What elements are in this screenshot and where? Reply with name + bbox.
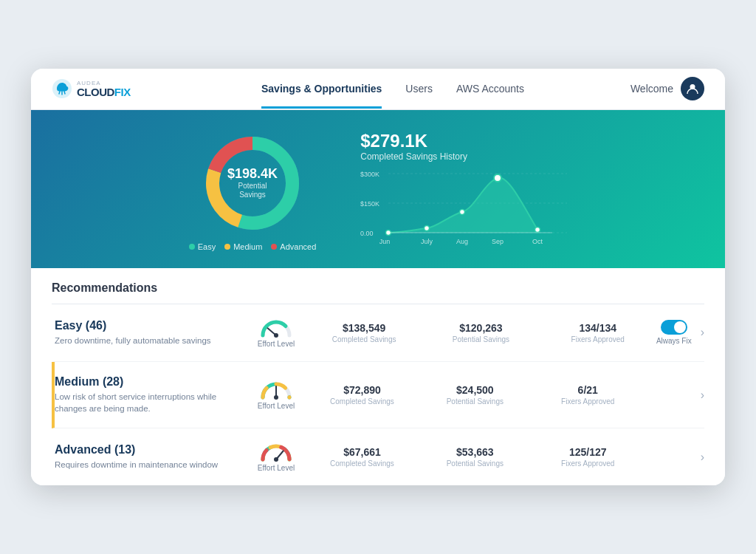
svg-text:Aug: Aug bbox=[456, 238, 468, 245]
stat-value-fixers-medium: 6/21 bbox=[532, 384, 645, 396]
rec-left-easy: Easy (46) Zero downtime, fully automatab… bbox=[55, 319, 247, 346]
legend-dot-medium bbox=[224, 244, 230, 250]
rec-toggle-area: Always Fix bbox=[656, 320, 692, 345]
chevron-icon-easy[interactable]: › bbox=[701, 326, 704, 339]
stat-potential-easy: $120,263 Potential Savings bbox=[422, 322, 539, 343]
svg-text:0.00: 0.00 bbox=[360, 230, 374, 237]
always-fix-toggle[interactable] bbox=[661, 320, 687, 335]
recommendations-header: Recommendations bbox=[52, 268, 704, 304]
chart-svg-container: $300K $150K 0.00 bbox=[360, 168, 567, 252]
rec-title-medium: Medium (28) bbox=[55, 375, 247, 389]
svg-text:$300K: $300K bbox=[360, 171, 379, 178]
nav-savings[interactable]: Savings & Opportunities bbox=[261, 69, 382, 109]
stat-label-potential: Potential Savings bbox=[422, 335, 539, 343]
stat-label-potential-adv: Potential Savings bbox=[419, 459, 532, 468]
svg-text:Oct: Oct bbox=[532, 238, 543, 245]
logo-area: AUDEA CLOUDFIX bbox=[52, 78, 170, 99]
rec-desc-easy: Zero downtime, fully automatable savings bbox=[55, 335, 247, 346]
svg-point-28 bbox=[274, 457, 278, 462]
header-right: Welcome bbox=[616, 77, 704, 100]
donut-legend: Easy Medium Advanced bbox=[189, 242, 317, 251]
stat-completed-easy: $138,549 Completed Savings bbox=[306, 322, 422, 343]
chevron-icon-medium[interactable]: › bbox=[701, 389, 704, 402]
effort-label-advanced: Effort Level bbox=[258, 464, 295, 472]
stat-label-fixers-med: Fixers Approved bbox=[532, 397, 645, 406]
chart-title: Completed Savings History bbox=[360, 151, 467, 162]
stat-fixers-medium: 6/21 Fixers Approved bbox=[532, 384, 645, 406]
donut-label: Potential Savings bbox=[227, 182, 278, 199]
effort-label-easy: Effort Level bbox=[258, 340, 295, 348]
logo-icon bbox=[52, 78, 72, 99]
stat-value-fixers-easy: 134/134 bbox=[540, 322, 656, 334]
legend-advanced: Advanced bbox=[271, 242, 316, 251]
chevron-icon-advanced[interactable]: › bbox=[701, 451, 704, 464]
donut-amount: $198.4K bbox=[227, 167, 278, 182]
stat-value-completed-easy: $138,549 bbox=[306, 322, 422, 334]
stat-label-potential-med: Potential Savings bbox=[419, 397, 532, 406]
rec-desc-medium: Low risk of short service interruptions … bbox=[55, 391, 247, 414]
stat-label-completed-adv: Completed Savings bbox=[306, 459, 419, 468]
stat-value-potential-medium: $24,500 bbox=[419, 384, 532, 396]
legend-dot-easy bbox=[189, 244, 195, 250]
rec-effort-easy: Effort Level bbox=[247, 318, 306, 348]
line-chart-svg: $300K $150K 0.00 bbox=[360, 168, 567, 249]
stat-completed-advanced: $67,661 Completed Savings bbox=[306, 446, 419, 468]
rec-left-medium: Medium (28) Low risk of short service in… bbox=[55, 375, 247, 414]
donut-container: $198.4K Potential Savings bbox=[201, 131, 304, 235]
stat-value-potential-advanced: $53,663 bbox=[419, 446, 532, 458]
rec-left-advanced: Advanced (13) Requires downtime in maint… bbox=[55, 443, 247, 471]
main-nav: Savings & Opportunities Users AWS Accoun… bbox=[170, 69, 616, 109]
stat-potential-medium: $24,500 Potential Savings bbox=[419, 384, 532, 406]
donut-center: $198.4K Potential Savings bbox=[227, 167, 278, 199]
stat-potential-advanced: $53,663 Potential Savings bbox=[419, 446, 532, 468]
recommendations-section: Recommendations Easy (46) Zero downtime,… bbox=[31, 268, 725, 485]
svg-point-15 bbox=[494, 174, 501, 182]
svg-point-26 bbox=[274, 395, 278, 400]
rec-title-easy: Easy (46) bbox=[55, 319, 247, 332]
stat-fixers-advanced: 125/127 Fixers Approved bbox=[532, 446, 645, 468]
stat-label-completed-med: Completed Savings bbox=[306, 397, 419, 406]
svg-point-16 bbox=[535, 227, 540, 232]
hero-banner: $198.4K Potential Savings Easy Medium Ad… bbox=[31, 110, 725, 268]
rec-effort-advanced: Effort Level bbox=[247, 442, 306, 472]
gauge-advanced bbox=[258, 442, 294, 462]
gauge-medium bbox=[258, 380, 294, 400]
stat-value-completed-advanced: $67,661 bbox=[306, 446, 419, 458]
rec-desc-advanced: Requires downtime in maintenance window bbox=[55, 459, 247, 471]
chart-total: $279.1K bbox=[360, 131, 427, 151]
stat-completed-medium: $72,890 Completed Savings bbox=[306, 384, 419, 406]
nav-users[interactable]: Users bbox=[405, 69, 433, 109]
legend-medium: Medium bbox=[224, 242, 262, 251]
svg-point-13 bbox=[425, 225, 430, 230]
rec-row-advanced: Advanced (13) Requires downtime in maint… bbox=[52, 428, 704, 485]
stat-label-completed: Completed Savings bbox=[306, 335, 422, 343]
header: AUDEA CLOUDFIX Savings & Opportunities U… bbox=[31, 69, 725, 110]
app-window: AUDEA CLOUDFIX Savings & Opportunities U… bbox=[31, 69, 725, 485]
svg-text:$150K: $150K bbox=[360, 200, 379, 208]
svg-text:Sep: Sep bbox=[492, 238, 504, 245]
always-fix-label: Always Fix bbox=[656, 337, 692, 345]
legend-dot-advanced bbox=[271, 244, 277, 250]
legend-easy: Easy bbox=[189, 242, 216, 251]
user-avatar[interactable] bbox=[681, 77, 704, 100]
stat-value-fixers-advanced: 125/127 bbox=[532, 446, 645, 458]
svg-text:July: July bbox=[421, 238, 433, 245]
rec-title-advanced: Advanced (13) bbox=[55, 443, 247, 456]
rec-effort-medium: Effort Level bbox=[247, 380, 306, 410]
svg-point-14 bbox=[460, 209, 465, 214]
donut-chart-area: $198.4K Potential Savings Easy Medium Ad… bbox=[189, 131, 317, 251]
svg-point-24 bbox=[274, 333, 278, 338]
gauge-easy bbox=[258, 318, 294, 338]
rec-row-easy: Easy (46) Zero downtime, fully automatab… bbox=[52, 304, 704, 362]
stat-label-fixers: Fixers Approved bbox=[540, 335, 656, 343]
stat-label-fixers-adv: Fixers Approved bbox=[532, 459, 645, 468]
logo-text: AUDEA CLOUDFIX bbox=[77, 81, 131, 98]
svg-text:Jun: Jun bbox=[379, 238, 391, 245]
welcome-text: Welcome bbox=[630, 83, 673, 95]
line-chart-area: $279.1K Completed Savings History $300K … bbox=[360, 131, 567, 252]
effort-label-medium: Effort Level bbox=[258, 402, 295, 410]
rec-row-medium: Medium (28) Low risk of short service in… bbox=[52, 362, 704, 428]
stat-value-completed-medium: $72,890 bbox=[306, 384, 419, 396]
stat-value-potential-easy: $120,263 bbox=[422, 322, 539, 334]
nav-aws[interactable]: AWS Accounts bbox=[456, 69, 524, 109]
